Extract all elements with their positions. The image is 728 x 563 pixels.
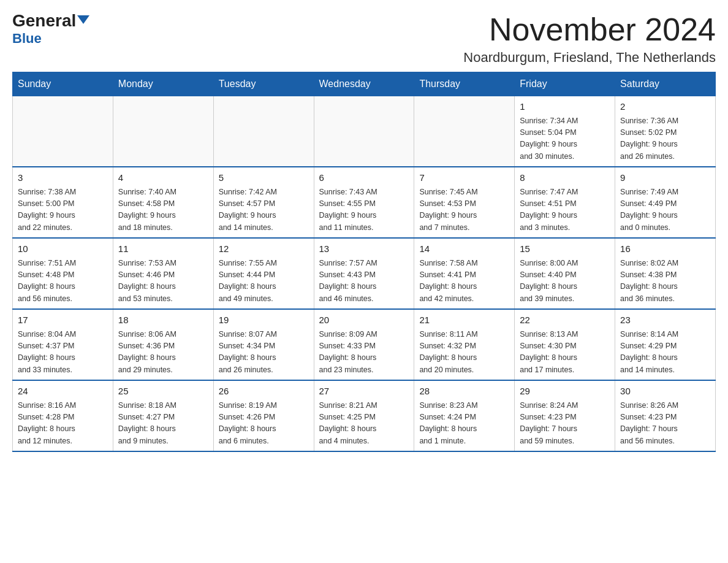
calendar-cell: 13Sunrise: 7:57 AM Sunset: 4:43 PM Dayli… — [314, 238, 414, 309]
day-info: Sunrise: 8:26 AM Sunset: 4:23 PM Dayligh… — [620, 400, 710, 448]
calendar-cell: 2Sunrise: 7:36 AM Sunset: 5:02 PM Daylig… — [615, 96, 716, 167]
day-number: 27 — [319, 385, 409, 399]
calendar-cell: 3Sunrise: 7:38 AM Sunset: 5:00 PM Daylig… — [13, 167, 113, 238]
day-number: 14 — [419, 242, 509, 256]
day-number: 15 — [520, 242, 610, 256]
calendar-cell: 21Sunrise: 8:11 AM Sunset: 4:32 PM Dayli… — [414, 309, 515, 380]
day-info: Sunrise: 7:57 AM Sunset: 4:43 PM Dayligh… — [319, 258, 409, 305]
day-info: Sunrise: 7:40 AM Sunset: 4:58 PM Dayligh… — [118, 186, 208, 234]
day-number: 28 — [419, 385, 509, 399]
day-number: 3 — [18, 171, 108, 185]
day-info: Sunrise: 8:06 AM Sunset: 4:36 PM Dayligh… — [118, 329, 208, 377]
day-info: Sunrise: 8:23 AM Sunset: 4:24 PM Dayligh… — [419, 400, 509, 448]
header-row: SundayMondayTuesdayWednesdayThursdayFrid… — [13, 72, 716, 96]
calendar-cell — [213, 96, 314, 167]
day-info: Sunrise: 8:13 AM Sunset: 4:30 PM Dayligh… — [520, 329, 610, 377]
day-number: 17 — [18, 313, 108, 327]
day-number: 11 — [118, 242, 208, 256]
day-info: Sunrise: 7:51 AM Sunset: 4:48 PM Dayligh… — [18, 258, 108, 305]
day-number: 20 — [319, 313, 409, 327]
header-day-wednesday: Wednesday — [314, 72, 414, 96]
logo-text-line2: Blue — [12, 31, 42, 47]
calendar-cell: 29Sunrise: 8:24 AM Sunset: 4:23 PM Dayli… — [515, 380, 615, 451]
day-number: 9 — [620, 171, 710, 185]
calendar-cell: 18Sunrise: 8:06 AM Sunset: 4:36 PM Dayli… — [113, 309, 213, 380]
calendar-cell: 8Sunrise: 7:47 AM Sunset: 4:51 PM Daylig… — [515, 167, 615, 238]
day-number: 29 — [520, 385, 610, 399]
calendar-cell: 6Sunrise: 7:43 AM Sunset: 4:55 PM Daylig… — [314, 167, 414, 238]
calendar-cell: 9Sunrise: 7:49 AM Sunset: 4:49 PM Daylig… — [615, 167, 716, 238]
day-number: 2 — [620, 100, 710, 114]
calendar-cell: 28Sunrise: 8:23 AM Sunset: 4:24 PM Dayli… — [414, 380, 515, 451]
day-number: 18 — [118, 313, 208, 327]
calendar-cell: 10Sunrise: 7:51 AM Sunset: 4:48 PM Dayli… — [13, 238, 113, 309]
day-info: Sunrise: 8:16 AM Sunset: 4:28 PM Dayligh… — [18, 400, 108, 448]
calendar-week-3: 10Sunrise: 7:51 AM Sunset: 4:48 PM Dayli… — [13, 238, 716, 309]
day-info: Sunrise: 8:21 AM Sunset: 4:25 PM Dayligh… — [319, 400, 409, 448]
day-number: 13 — [319, 242, 409, 256]
header-day-thursday: Thursday — [414, 72, 515, 96]
calendar-week-1: 1Sunrise: 7:34 AM Sunset: 5:04 PM Daylig… — [13, 96, 716, 167]
calendar-cell: 14Sunrise: 7:58 AM Sunset: 4:41 PM Dayli… — [414, 238, 515, 309]
day-info: Sunrise: 8:07 AM Sunset: 4:34 PM Dayligh… — [219, 329, 309, 377]
day-number: 19 — [219, 313, 309, 327]
day-info: Sunrise: 7:45 AM Sunset: 4:53 PM Dayligh… — [419, 186, 509, 234]
calendar-cell: 26Sunrise: 8:19 AM Sunset: 4:26 PM Dayli… — [213, 380, 314, 451]
day-info: Sunrise: 7:53 AM Sunset: 4:46 PM Dayligh… — [118, 258, 208, 305]
day-number: 10 — [18, 242, 108, 256]
day-number: 16 — [620, 242, 710, 256]
day-number: 21 — [419, 313, 509, 327]
day-info: Sunrise: 7:36 AM Sunset: 5:02 PM Dayligh… — [620, 115, 710, 163]
calendar-cell — [113, 96, 213, 167]
day-number: 30 — [620, 385, 710, 399]
calendar-body: 1Sunrise: 7:34 AM Sunset: 5:04 PM Daylig… — [13, 96, 716, 452]
title-area: November 2024 Noardburgum, Friesland, Th… — [463, 12, 716, 66]
day-info: Sunrise: 7:43 AM Sunset: 4:55 PM Dayligh… — [319, 186, 409, 234]
calendar-cell: 23Sunrise: 8:14 AM Sunset: 4:29 PM Dayli… — [615, 309, 716, 380]
logo-triangle-icon — [77, 15, 89, 24]
day-number: 6 — [319, 171, 409, 185]
day-number: 4 — [118, 171, 208, 185]
day-info: Sunrise: 8:09 AM Sunset: 4:33 PM Dayligh… — [319, 329, 409, 377]
day-number: 23 — [620, 313, 710, 327]
day-info: Sunrise: 8:11 AM Sunset: 4:32 PM Dayligh… — [419, 329, 509, 377]
calendar-week-2: 3Sunrise: 7:38 AM Sunset: 5:00 PM Daylig… — [13, 167, 716, 238]
day-info: Sunrise: 7:47 AM Sunset: 4:51 PM Dayligh… — [520, 186, 610, 234]
calendar-cell — [414, 96, 515, 167]
calendar-cell: 5Sunrise: 7:42 AM Sunset: 4:57 PM Daylig… — [213, 167, 314, 238]
calendar-cell: 4Sunrise: 7:40 AM Sunset: 4:58 PM Daylig… — [113, 167, 213, 238]
calendar-header: SundayMondayTuesdayWednesdayThursdayFrid… — [13, 72, 716, 96]
calendar-cell: 1Sunrise: 7:34 AM Sunset: 5:04 PM Daylig… — [515, 96, 615, 167]
calendar-cell: 12Sunrise: 7:55 AM Sunset: 4:44 PM Dayli… — [213, 238, 314, 309]
calendar-cell: 7Sunrise: 7:45 AM Sunset: 4:53 PM Daylig… — [414, 167, 515, 238]
day-info: Sunrise: 7:42 AM Sunset: 4:57 PM Dayligh… — [219, 186, 309, 234]
calendar-table: SundayMondayTuesdayWednesdayThursdayFrid… — [12, 72, 716, 452]
calendar-cell: 25Sunrise: 8:18 AM Sunset: 4:27 PM Dayli… — [113, 380, 213, 451]
logo: General Blue — [12, 12, 89, 47]
calendar-cell: 16Sunrise: 8:02 AM Sunset: 4:38 PM Dayli… — [615, 238, 716, 309]
day-info: Sunrise: 8:14 AM Sunset: 4:29 PM Dayligh… — [620, 329, 710, 377]
day-info: Sunrise: 8:02 AM Sunset: 4:38 PM Dayligh… — [620, 258, 710, 305]
calendar-week-5: 24Sunrise: 8:16 AM Sunset: 4:28 PM Dayli… — [13, 380, 716, 451]
day-number: 12 — [219, 242, 309, 256]
header-day-tuesday: Tuesday — [213, 72, 314, 96]
day-info: Sunrise: 8:18 AM Sunset: 4:27 PM Dayligh… — [118, 400, 208, 448]
day-info: Sunrise: 8:00 AM Sunset: 4:40 PM Dayligh… — [520, 258, 610, 305]
header-day-monday: Monday — [113, 72, 213, 96]
calendar-cell: 11Sunrise: 7:53 AM Sunset: 4:46 PM Dayli… — [113, 238, 213, 309]
day-info: Sunrise: 7:49 AM Sunset: 4:49 PM Dayligh… — [620, 186, 710, 234]
day-info: Sunrise: 8:04 AM Sunset: 4:37 PM Dayligh… — [18, 329, 108, 377]
calendar-cell: 17Sunrise: 8:04 AM Sunset: 4:37 PM Dayli… — [13, 309, 113, 380]
calendar-cell — [13, 96, 113, 167]
calendar-cell: 30Sunrise: 8:26 AM Sunset: 4:23 PM Dayli… — [615, 380, 716, 451]
calendar-week-4: 17Sunrise: 8:04 AM Sunset: 4:37 PM Dayli… — [13, 309, 716, 380]
day-number: 8 — [520, 171, 610, 185]
header-day-friday: Friday — [515, 72, 615, 96]
calendar-cell: 19Sunrise: 8:07 AM Sunset: 4:34 PM Dayli… — [213, 309, 314, 380]
day-info: Sunrise: 7:34 AM Sunset: 5:04 PM Dayligh… — [520, 115, 610, 163]
logo-text-line1: General — [12, 12, 89, 29]
day-info: Sunrise: 7:38 AM Sunset: 5:00 PM Dayligh… — [18, 186, 108, 234]
day-number: 25 — [118, 385, 208, 399]
calendar-cell: 15Sunrise: 8:00 AM Sunset: 4:40 PM Dayli… — [515, 238, 615, 309]
header-day-sunday: Sunday — [13, 72, 113, 96]
